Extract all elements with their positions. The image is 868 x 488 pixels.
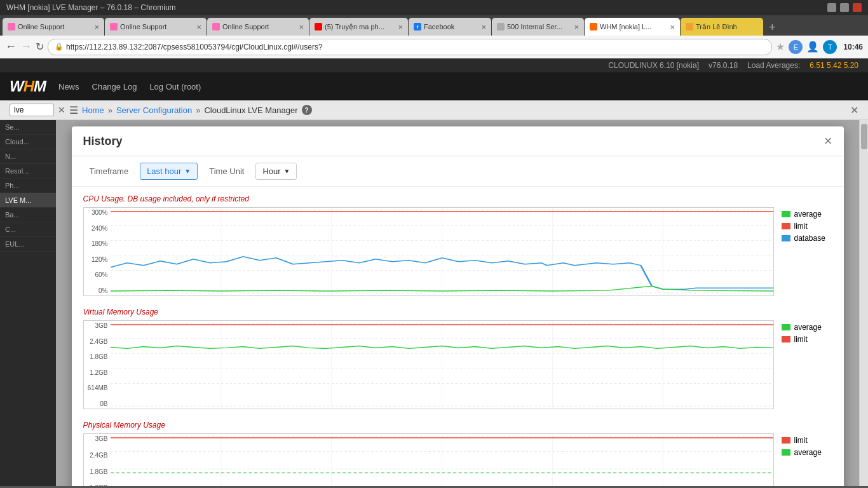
sidebar-item-5[interactable]: Ph...: [0, 179, 56, 193]
menu-icon[interactable]: ☰: [69, 104, 78, 116]
new-tab-button[interactable]: +: [764, 21, 781, 34]
charts-area: CPU Usage. DB usage included, only if re…: [72, 187, 844, 486]
cpu-chart-title: CPU Usage. DB usage included, only if re…: [83, 194, 832, 203]
pmem-legend: limit average: [782, 433, 832, 457]
scrollbar-thumb[interactable]: [861, 124, 867, 149]
tab-title-1: Online Support: [18, 23, 92, 30]
modal-title: History: [83, 135, 123, 148]
scrollbar-right[interactable]: [859, 120, 868, 486]
pmem-y-axis: 3GB 2.4GB 1.8GB 1.2GB 614MB: [84, 434, 111, 486]
breadcrumb-home[interactable]: Home: [82, 105, 104, 115]
title-bar: WHM [nokia] LVE Manager – 76.0.18 – Chro…: [0, 0, 868, 15]
address-bar: ← → ↻ 🔒 ★ E 👤 T 10:46: [0, 36, 868, 58]
breadcrumb-server-config[interactable]: Server Configuration: [116, 105, 192, 115]
whm-version: v76.0.18: [709, 61, 738, 70]
history-modal: History × Timeframe Last hour ▼ Time Uni…: [72, 126, 844, 486]
pmem-legend-limit: limit: [782, 436, 832, 445]
nav-changelog[interactable]: Change Log: [92, 82, 137, 92]
tab-favicon-7: [590, 23, 597, 30]
breadcrumb-current: CloudLinux LVE Manager: [204, 105, 297, 115]
browser-tab-5[interactable]: f Facebook ×: [409, 18, 491, 36]
tab-favicon-2: [110, 23, 118, 30]
browser-tab-6[interactable]: 500 Internal Ser... ×: [492, 18, 584, 36]
breadcrumb-sep-2: »: [196, 105, 200, 115]
cpu-y3: 120%: [85, 256, 108, 263]
browser-tab-3[interactable]: Online Support ×: [207, 18, 309, 36]
close-breadcrumb-button[interactable]: ✕: [850, 104, 858, 116]
tab-close-3[interactable]: ×: [299, 22, 304, 32]
address-input[interactable]: [66, 43, 765, 51]
sidebar: Se... Cloud... N... Resol... Ph... LVE M…: [0, 120, 56, 486]
vmem-legend-avg: average: [782, 323, 832, 332]
cpu-y4: 180%: [85, 240, 108, 247]
breadcrumb-sep-1: »: [108, 105, 112, 115]
pmem-chart-section: Physical Memory Usage 3GB 2.4GB 1.8GB 1.…: [83, 421, 832, 486]
browser-tab-8[interactable]: Trần Lê Đình: [681, 18, 763, 36]
vmem-chart-section: Virtual Memory Usage 3GB 2.4GB 1.8GB 1.2…: [83, 308, 832, 409]
chevron-down-icon-1: ▼: [184, 168, 191, 175]
clear-search-icon[interactable]: ✕: [58, 105, 65, 115]
cpu-y5: 240%: [85, 225, 108, 232]
win-close[interactable]: [853, 3, 862, 12]
cpu-legend-avg: average: [782, 210, 832, 219]
tab-close-2[interactable]: ×: [196, 22, 201, 32]
tab-close-6[interactable]: ×: [574, 22, 579, 32]
vmem-chart-svg: [111, 321, 773, 409]
content-area: Se... Cloud... N... Resol... Ph... LVE M…: [0, 120, 868, 486]
clock-display: 10:46: [843, 43, 863, 51]
vmem-chart-box: 3GB 2.4GB 1.8GB 1.2GB 614MB 0B: [83, 320, 774, 409]
tab-close-5[interactable]: ×: [481, 22, 486, 32]
page-title: WHM [nokia] LVE Manager – 76.0.18 – Chro…: [6, 3, 176, 12]
browser-window: WHM [nokia] LVE Manager – 76.0.18 – Chro…: [0, 0, 868, 486]
cpu-legend: average limit database: [782, 207, 832, 243]
timeframe-label: Timeframe: [83, 163, 135, 179]
sidebar-item-1[interactable]: Se...: [0, 120, 56, 135]
search-input[interactable]: [10, 104, 54, 116]
tab-title-4: (5) Truyện ma ph...: [325, 23, 395, 31]
last-hour-dropdown[interactable]: Last hour ▼: [140, 163, 198, 180]
tab-close-7[interactable]: ×: [670, 22, 675, 32]
cpu-y6: 300%: [85, 209, 108, 216]
vmem-chart-title: Virtual Memory Usage: [83, 308, 832, 316]
chevron-down-icon-2: ▼: [284, 168, 290, 175]
sidebar-item-3[interactable]: N...: [0, 149, 56, 164]
extensions-icon[interactable]: E: [789, 40, 803, 54]
vmem-legend: average limit: [782, 320, 832, 344]
cpu-chart-section: CPU Usage. DB usage included, only if re…: [83, 194, 832, 296]
star-icon[interactable]: ★: [776, 41, 785, 53]
sidebar-item-9[interactable]: EUL...: [0, 237, 56, 252]
last-hour-label: Last hour: [147, 166, 181, 176]
browser-tab-1[interactable]: Online Support ×: [3, 18, 104, 36]
browser-tab-2[interactable]: Online Support ×: [105, 18, 207, 36]
whm-navbar: WHM News Change Log Log Out (root): [0, 72, 868, 100]
cpu-legend-limit: limit: [782, 222, 832, 231]
tab-favicon-4: [315, 23, 322, 30]
help-icon[interactable]: ?: [302, 105, 312, 115]
whm-topbar: CLOUDLINUX 6.10 [nokia] v76.0.18 Load Av…: [0, 58, 868, 72]
browser-tab-4[interactable]: (5) Truyện ma ph... ×: [309, 18, 408, 36]
sidebar-item-4[interactable]: Resol...: [0, 164, 56, 179]
tab-favicon-6: [497, 23, 505, 30]
main-panel: History × Timeframe Last hour ▼ Time Uni…: [56, 120, 859, 486]
reload-button[interactable]: ↻: [36, 41, 44, 53]
forward-button[interactable]: →: [20, 40, 32, 53]
browser-tab-7[interactable]: WHM [nokia] L... ×: [585, 18, 680, 36]
tab-close-1[interactable]: ×: [94, 22, 99, 32]
modal-close-button[interactable]: ×: [824, 134, 832, 148]
cpu-legend-db: database: [782, 234, 832, 243]
back-button[interactable]: ←: [5, 40, 17, 53]
nav-logout[interactable]: Log Out (root): [149, 82, 201, 92]
account-icon[interactable]: 👤: [806, 41, 819, 53]
tab-close-4[interactable]: ×: [398, 22, 403, 32]
sidebar-item-8[interactable]: C...: [0, 222, 56, 237]
hour-dropdown[interactable]: Hour ▼: [255, 163, 297, 180]
sidebar-item-6[interactable]: LVE M...: [0, 193, 56, 208]
telegram-icon[interactable]: T: [823, 40, 837, 54]
nav-news[interactable]: News: [58, 82, 79, 92]
win-minimize[interactable]: [827, 3, 836, 12]
whm-app: CLOUDLINUX 6.10 [nokia] v76.0.18 Load Av…: [0, 58, 868, 486]
win-maximize[interactable]: [840, 3, 849, 12]
sidebar-item-7[interactable]: Ba...: [0, 208, 56, 222]
sidebar-item-2[interactable]: Cloud...: [0, 135, 56, 149]
address-field-wrap: 🔒: [48, 39, 772, 55]
